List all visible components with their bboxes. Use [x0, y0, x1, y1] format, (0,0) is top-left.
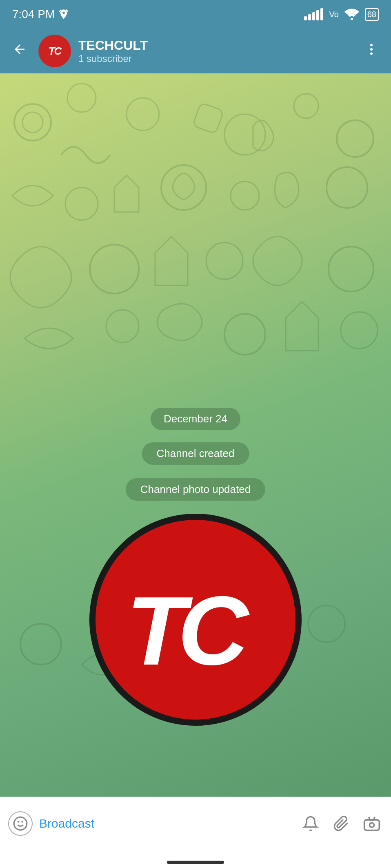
svg-point-18 — [329, 247, 373, 292]
vo-label: Vo — [329, 10, 338, 19]
status-bar: 7:04 PM Vo 68 — [0, 0, 391, 29]
svg-point-6 — [67, 84, 96, 112]
alarm-icon — [58, 9, 69, 20]
svg-point-20 — [224, 314, 265, 355]
svg-point-14 — [231, 181, 259, 210]
svg-point-21 — [341, 312, 378, 349]
tc-logo-svg: TC — [118, 554, 273, 685]
svg-rect-29 — [364, 819, 379, 830]
broadcast-input[interactable] — [39, 813, 293, 835]
svg-point-3 — [370, 52, 373, 55]
svg-point-4 — [14, 104, 51, 141]
avatar[interactable]: TC — [38, 35, 71, 67]
svg-point-22 — [20, 624, 61, 665]
svg-point-30 — [369, 823, 374, 827]
back-button[interactable] — [8, 38, 31, 64]
chat-background: December 24 Channel created Channel phot… — [0, 73, 391, 797]
svg-point-5 — [22, 112, 43, 133]
svg-point-11 — [337, 120, 373, 157]
attach-button[interactable] — [330, 812, 352, 835]
status-right-icons: Vo 68 — [304, 8, 379, 21]
date-label: December 24 — [151, 408, 240, 430]
svg-point-17 — [206, 243, 243, 279]
svg-point-26 — [14, 817, 27, 830]
signal-icon — [304, 8, 323, 20]
svg-point-16 — [90, 245, 139, 294]
svg-point-10 — [294, 94, 318, 118]
notification-button[interactable] — [299, 812, 322, 835]
svg-point-13 — [161, 165, 206, 210]
svg-point-23 — [308, 605, 345, 642]
wifi-icon — [344, 9, 359, 20]
system-message-created: Channel created — [142, 442, 249, 465]
channel-name: TECHCULT — [78, 38, 353, 53]
svg-point-12 — [65, 188, 98, 220]
system-message-photo: Channel photo updated — [126, 478, 265, 501]
subscriber-count: 1 subscriber — [78, 53, 353, 64]
status-time: 7:04 PM — [12, 8, 69, 21]
svg-point-0 — [351, 18, 353, 20]
chat-header: TC TECHCULT 1 subscriber — [0, 29, 391, 73]
svg-rect-8 — [193, 103, 224, 134]
bottom-action-icons — [299, 812, 383, 835]
svg-point-1 — [370, 44, 373, 46]
svg-point-19 — [106, 310, 139, 342]
more-button[interactable] — [360, 38, 383, 64]
emoji-button[interactable] — [8, 811, 33, 836]
svg-text:TC: TC — [126, 576, 250, 685]
camera-button[interactable] — [360, 812, 383, 835]
channel-logo-large: TC — [89, 514, 302, 726]
svg-point-15 — [327, 167, 367, 208]
channel-info: TECHCULT 1 subscriber — [78, 38, 353, 64]
battery-icon: 68 — [365, 8, 379, 21]
bottom-input-bar — [0, 799, 391, 848]
svg-point-7 — [127, 98, 159, 130]
svg-point-2 — [370, 48, 373, 51]
home-indicator — [167, 861, 224, 864]
